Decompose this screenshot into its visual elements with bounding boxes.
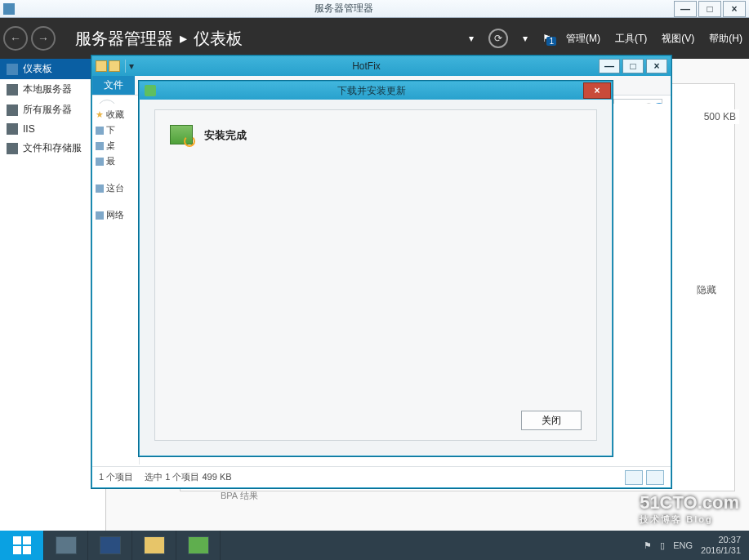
desktop-icon — [96, 142, 104, 150]
breadcrumb-root[interactable]: 服务器管理器 — [75, 28, 173, 50]
tree-item[interactable]: 最 — [94, 153, 137, 169]
task-powershell[interactable] — [88, 531, 132, 560]
star-icon: ★ — [96, 109, 104, 120]
outer-title-bar: 服务器管理器 — □ × — [0, 0, 749, 18]
tree-label: 桌 — [106, 140, 115, 152]
app-icon — [3, 3, 15, 15]
titlebar-separator — [125, 60, 126, 73]
server-manager-icon — [56, 536, 77, 554]
tray-ime[interactable]: ENG — [673, 540, 693, 550]
refresh-caret-icon[interactable]: ▾ — [523, 33, 528, 44]
sidebar-item-dashboard[interactable]: 仪表板 — [0, 59, 105, 79]
menu-view[interactable]: 视图(V) — [662, 32, 694, 46]
tray-flag-icon[interactable]: ⚑ — [644, 540, 652, 551]
outer-maximize-button[interactable]: □ — [698, 1, 721, 17]
sidebar-item-local-server[interactable]: 本地服务器 — [0, 79, 105, 100]
sidebar-item-label: IIS — [23, 123, 35, 135]
file-menu-button[interactable]: 文件 — [92, 76, 135, 95]
outer-minimize-button[interactable]: — — [674, 1, 697, 17]
menu-manage[interactable]: 管理(M) — [566, 32, 600, 46]
network-icon — [96, 211, 104, 220]
explorer-title-bar[interactable]: ▾ HotFix — □ × — [92, 56, 671, 76]
view-details-button[interactable] — [625, 470, 643, 485]
sidebar-item-file-storage[interactable]: 文件和存储服 — [0, 138, 105, 158]
server-manager-sidebar: 仪表板 本地服务器 所有服务器 IIS 文件和存储服 — [0, 59, 106, 542]
watermark-sub: 技术博客 Blog — [640, 513, 739, 526]
recent-icon — [96, 158, 104, 166]
breadcrumb-separator-icon: ▸ — [180, 29, 187, 47]
file-size-hint: 500 KB — [701, 109, 739, 124]
task-update[interactable] — [176, 531, 221, 560]
tree-this-pc[interactable]: 这台 — [94, 180, 137, 196]
update-icon — [145, 85, 156, 96]
dialog-title-bar[interactable]: 下载并安装更新 × — [140, 82, 612, 100]
view-mode-buttons — [625, 470, 664, 485]
status-item-count: 1 个项目 — [99, 471, 133, 483]
tree-network[interactable]: 网络 — [94, 207, 137, 223]
tree-label: 网络 — [106, 209, 124, 221]
tray-time: 20:37 — [701, 535, 741, 545]
tree-favorites[interactable]: ★收藏 — [94, 107, 137, 122]
explorer-maximize-button[interactable]: □ — [622, 59, 644, 73]
explorer-window-controls: — □ × — [599, 59, 667, 73]
task-explorer[interactable] — [132, 531, 176, 560]
dialog-button-row: 关闭 — [521, 411, 582, 430]
notifications-badge: 1 — [546, 37, 556, 46]
dialog-title: 下载并安装更新 — [159, 84, 583, 98]
outer-close-button[interactable]: × — [723, 1, 746, 17]
explorer-minimize-button[interactable]: — — [599, 59, 620, 73]
taskbar: ⚑ ▯ ENG 20:37 2016/1/31 — [0, 531, 749, 560]
tree-label: 这台 — [106, 182, 124, 194]
pc-icon — [96, 184, 104, 193]
sidebar-item-all-servers[interactable]: 所有服务器 — [0, 100, 105, 120]
task-server-manager[interactable] — [44, 531, 88, 560]
tree-label: 收藏 — [106, 109, 124, 121]
menu-help[interactable]: 帮助(H) — [709, 32, 742, 46]
folder-small-icon — [96, 127, 104, 135]
folder2-icon — [109, 60, 120, 72]
explorer-title: HotFix — [134, 60, 599, 72]
refresh-button[interactable]: ⟳ — [488, 29, 508, 48]
dialog-close-button[interactable]: × — [583, 82, 611, 99]
update-task-icon — [188, 536, 209, 554]
status-selected: 选中 1 个项目 499 KB — [145, 471, 231, 483]
servers-icon — [7, 104, 18, 116]
nav-back-button[interactable]: ← — [3, 26, 28, 51]
server-manager-header: ← → 服务器管理器 ▸ 仪表板 ▾ ⟳ ▾ ⚑ 1 管理(M) 工具(T) 视… — [0, 18, 749, 59]
explorer-close-button[interactable]: × — [646, 59, 667, 73]
view-large-icons-button[interactable] — [646, 470, 664, 485]
windows-logo-icon — [13, 536, 31, 554]
nav-forward-button[interactable]: → — [31, 26, 56, 51]
powershell-icon — [100, 536, 121, 554]
dash-caret-icon[interactable]: ▾ — [469, 33, 474, 44]
outer-window-controls: — □ × — [672, 1, 749, 17]
outer-title: 服务器管理器 — [15, 2, 672, 16]
dialog-content: 安装完成 — [155, 110, 596, 159]
dialog-frame: 安装完成 关闭 — [154, 109, 597, 441]
dialog-close-action-button[interactable]: 关闭 — [521, 411, 582, 430]
hide-link[interactable]: 隐藏 — [697, 283, 716, 297]
server-icon — [7, 84, 18, 96]
sidebar-item-label: 仪表板 — [23, 62, 52, 76]
sidebar-item-label: 文件和存储服 — [23, 141, 82, 155]
header-menu: ▾ ⟳ ▾ ⚑ 1 管理(M) 工具(T) 视图(V) 帮助(H) — [469, 29, 742, 48]
tree-item[interactable]: 桌 — [94, 138, 137, 153]
sidebar-item-label: 所有服务器 — [23, 103, 72, 117]
sidebar-item-label: 本地服务器 — [23, 82, 72, 96]
breadcrumb-current: 仪表板 — [194, 28, 243, 50]
tray-clock[interactable]: 20:37 2016/1/31 — [701, 535, 741, 556]
notifications-flag-button[interactable]: ⚑ 1 — [542, 33, 551, 44]
iis-icon — [7, 123, 18, 135]
update-dialog: 下载并安装更新 × 安装完成 关闭 — [139, 81, 613, 456]
tree-label: 最 — [106, 155, 115, 167]
start-button[interactable] — [0, 531, 44, 560]
explorer-status-bar: 1 个项目 选中 1 个项目 499 KB — [92, 466, 671, 487]
watermark: 51CTO.com 技术博客 Blog — [640, 492, 739, 526]
explorer-tree: ★收藏 下 桌 最 这台 网络 — [92, 104, 140, 464]
menu-tools[interactable]: 工具(T) — [615, 32, 647, 46]
install-complete-icon — [170, 125, 193, 144]
sidebar-item-iis[interactable]: IIS — [0, 120, 105, 138]
tree-item[interactable]: 下 — [94, 122, 137, 138]
tray-network-icon[interactable]: ▯ — [660, 540, 665, 551]
dashboard-icon — [7, 64, 18, 75]
